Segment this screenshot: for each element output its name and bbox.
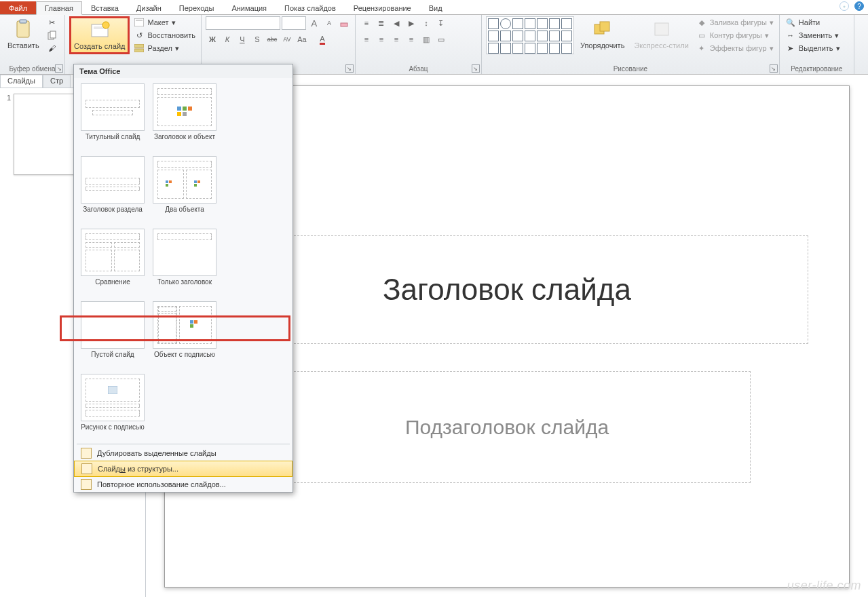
layout-icon <box>134 17 145 28</box>
shrink-font-button[interactable]: A <box>322 16 336 30</box>
text-direction-button[interactable]: ↧ <box>434 16 448 30</box>
layout-two-content[interactable]: Два объекта <box>153 156 216 222</box>
arrange-icon <box>592 18 614 40</box>
align-left-button[interactable]: ≡ <box>360 33 373 46</box>
effects-icon: ✦ <box>696 43 707 54</box>
layout-content-caption[interactable]: Объект с подписью <box>153 301 216 367</box>
svg-point-6 <box>102 22 109 28</box>
quick-styles-button[interactable]: Экспресс-стили <box>630 16 692 52</box>
brush-icon: 🖌 <box>47 43 58 54</box>
numbering-button[interactable]: ≣ <box>375 16 388 30</box>
cut-button[interactable]: ✂ <box>45 16 59 28</box>
duplicate-icon <box>81 448 92 459</box>
fill-icon: ◆ <box>696 17 707 28</box>
char-spacing-button[interactable]: AV <box>280 33 294 46</box>
select-button[interactable]: ➤Выделить ▾ <box>784 42 842 54</box>
font-launcher[interactable]: ↘ <box>345 64 354 73</box>
clear-format-button[interactable] <box>337 16 351 30</box>
reset-button[interactable]: ↺Восстановить <box>132 29 196 41</box>
tab-review[interactable]: Рецензирование <box>345 1 420 14</box>
help-icon[interactable]: ? <box>854 1 864 11</box>
drawing-launcher[interactable]: ↘ <box>770 64 778 73</box>
group-clipboard-label: Буфер обмена <box>4 64 60 73</box>
format-painter-button[interactable]: 🖌 <box>45 42 59 54</box>
shape-effects-button[interactable]: ✦Эффекты фигур ▾ <box>695 42 775 54</box>
svg-rect-0 <box>17 21 29 37</box>
outline-icon <box>81 463 92 474</box>
minimize-ribbon-icon[interactable]: ◦ <box>839 1 849 11</box>
tab-design[interactable]: Дизайн <box>128 1 170 14</box>
grow-font-button[interactable]: A <box>307 16 321 30</box>
select-icon: ➤ <box>785 43 796 54</box>
subtitle-placeholder[interactable]: Подзаголовок слайда <box>263 371 751 483</box>
section-button[interactable]: Раздел ▾ <box>132 42 196 54</box>
svg-rect-29 <box>108 386 117 394</box>
italic-button[interactable]: К <box>221 33 234 46</box>
paste-label: Вставить <box>7 41 39 50</box>
new-slide-dropdown: Тема Office Титульный слайд Заголовок и … <box>73 64 293 493</box>
clipboard-launcher[interactable]: ↘ <box>55 64 63 73</box>
bold-button[interactable]: Ж <box>206 33 219 46</box>
find-button[interactable]: 🔍Найти <box>784 16 842 28</box>
tab-insert[interactable]: Вставка <box>82 1 128 14</box>
svg-rect-1 <box>20 20 26 23</box>
tab-view[interactable]: Вид <box>420 1 451 14</box>
shape-fill-button[interactable]: ◆Заливка фигуры ▾ <box>695 16 775 28</box>
tab-animation[interactable]: Анимация <box>223 1 276 14</box>
line-spacing-button[interactable]: ↕ <box>419 16 433 30</box>
reuse-slides-item[interactable]: Повторное использование слайдов... <box>74 477 293 492</box>
new-slide-icon <box>89 20 111 41</box>
replace-button[interactable]: ↔Заменить ▾ <box>784 29 842 41</box>
justify-button[interactable]: ≡ <box>404 33 418 46</box>
tab-home[interactable]: Главная <box>36 1 82 15</box>
layout-title-content[interactable]: Заголовок и объект <box>153 83 216 149</box>
bullets-button[interactable]: ≡ <box>360 16 373 30</box>
section-icon <box>134 43 145 54</box>
arrange-button[interactable]: Упорядочить <box>577 16 628 52</box>
svg-rect-23 <box>194 180 197 183</box>
side-tab-outline[interactable]: Стр <box>43 75 71 88</box>
layout-blank[interactable]: Пустой слайд <box>81 301 145 367</box>
svg-rect-14 <box>655 23 668 35</box>
clipboard-icon <box>12 18 34 40</box>
increase-indent-button[interactable]: ▶ <box>404 16 418 30</box>
title-placeholder[interactable]: Заголовок слайда <box>206 235 808 344</box>
duplicate-slides-item[interactable]: Дублировать выделенные слайды <box>74 446 293 461</box>
side-tab-slides[interactable]: Слайды <box>0 75 43 88</box>
tab-file[interactable]: Файл <box>0 1 36 14</box>
svg-rect-18 <box>177 112 181 116</box>
slides-from-outline-item[interactable]: Слайды из структуры... <box>74 461 293 477</box>
font-size-select[interactable] <box>282 16 306 30</box>
layout-picture-caption[interactable]: Рисунок с подписью <box>81 374 145 440</box>
align-center-button[interactable]: ≡ <box>375 33 388 46</box>
group-editing: 🔍Найти ↔Заменить ▾ ➤Выделить ▾ Редактиро… <box>780 15 854 74</box>
layout-button[interactable]: Макет ▾ <box>132 16 196 28</box>
svg-rect-25 <box>194 184 197 187</box>
strike-button[interactable]: abc <box>265 33 279 46</box>
layout-comparison[interactable]: Сравнение <box>81 229 145 294</box>
shadow-button[interactable]: Ѕ <box>250 33 264 46</box>
underline-button[interactable]: Ч <box>235 33 249 46</box>
font-family-select[interactable] <box>206 16 280 30</box>
change-case-button[interactable]: Aa <box>295 33 309 46</box>
tab-slideshow[interactable]: Показ слайдов <box>276 1 345 14</box>
svg-rect-13 <box>600 22 609 31</box>
layout-section-header[interactable]: Заголовок раздела <box>81 156 145 222</box>
decrease-indent-button[interactable]: ◀ <box>390 16 403 30</box>
align-right-button[interactable]: ≡ <box>390 33 403 46</box>
new-slide-button[interactable]: Создать слайд <box>69 16 130 54</box>
columns-button[interactable]: ▥ <box>419 33 433 46</box>
paragraph-launcher[interactable]: ↘ <box>472 64 480 73</box>
slide-number: 1 <box>4 94 14 175</box>
tab-transitions[interactable]: Переходы <box>170 1 223 14</box>
shape-outline-button[interactable]: ▭Контур фигуры ▾ <box>695 29 775 41</box>
shapes-gallery[interactable] <box>486 16 574 54</box>
layout-title-slide[interactable]: Титульный слайд <box>81 83 145 149</box>
convert-smartart-button[interactable]: ▭ <box>434 33 448 46</box>
layout-title-only[interactable]: Только заголовок <box>153 229 216 294</box>
svg-rect-16 <box>183 107 187 111</box>
paste-button[interactable]: Вставить <box>4 16 43 52</box>
group-clipboard: Вставить ✂ 🖌 Буфер обмена ↘ <box>0 15 65 74</box>
font-color-button[interactable]: A <box>316 33 329 46</box>
copy-button[interactable] <box>45 29 59 41</box>
